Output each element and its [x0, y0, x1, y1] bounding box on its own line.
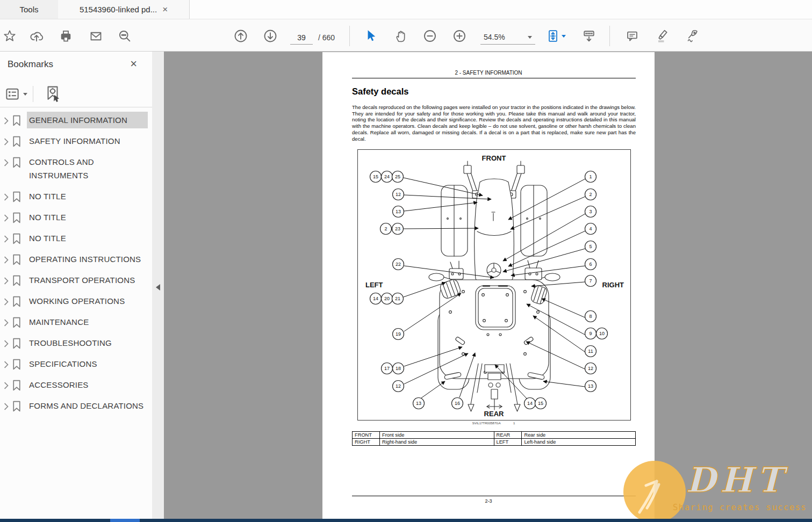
svg-text:15: 15: [373, 174, 378, 179]
chevron-right-icon[interactable]: [3, 356, 12, 368]
chevron-right-icon[interactable]: [3, 397, 12, 410]
bookmark-item[interactable]: NO TITLE: [0, 207, 152, 228]
bookmark-item[interactable]: WORKING OPERATIONS: [0, 291, 152, 311]
highlight-icon[interactable]: [653, 27, 671, 45]
bookmark-item-label[interactable]: CONTROLS AND INSTRUMENTS: [27, 154, 148, 184]
figure-label-front: FRONT: [482, 154, 506, 162]
bookmark-item-label[interactable]: NO TITLE: [27, 188, 148, 205]
bookmark-item[interactable]: MAINTENANCE: [0, 311, 152, 332]
callout-4: 4: [585, 223, 597, 235]
bookmark-item-label[interactable]: WORKING OPERATIONS: [27, 293, 148, 309]
legend-table: FRONTFront sideREARRear sideRIGHTRight-h…: [352, 431, 636, 446]
legend-cell: Front side: [379, 432, 494, 439]
bookmarks-toolbar: [0, 82, 152, 106]
page-up-button[interactable]: [232, 27, 249, 45]
page-down-button[interactable]: [262, 27, 279, 45]
bookmark-item[interactable]: ACCESSORIES: [0, 374, 152, 395]
bookmark-icon: [12, 133, 27, 148]
search-icon[interactable]: [116, 27, 133, 45]
page-display-button[interactable]: [580, 27, 598, 45]
callout-23: 23: [392, 223, 404, 235]
callout-9: 9: [585, 328, 597, 339]
hand-tool-icon[interactable]: [392, 27, 409, 45]
bookmark-icon: [12, 397, 27, 412]
bookmark-icon: [12, 112, 27, 127]
zoom-in-button[interactable]: [451, 27, 468, 45]
panel-divider: [0, 107, 152, 107]
sign-icon[interactable]: [683, 27, 700, 45]
comment-icon[interactable]: [623, 27, 641, 45]
bookmark-item-label[interactable]: TROUBLESHOOTING: [27, 335, 148, 351]
body-paragraph: The decals reproduced on the following p…: [352, 104, 636, 142]
svg-text:16: 16: [455, 401, 460, 406]
bookmark-item[interactable]: NO TITLE: [0, 228, 152, 249]
callout-arrow: [543, 381, 585, 387]
panel-collapse-strip[interactable]: [152, 52, 164, 519]
bookmark-item[interactable]: TRANSPORT OPERATIONS: [0, 270, 152, 291]
email-icon[interactable]: [87, 27, 104, 45]
zoom-level-select[interactable]: 54.5%: [480, 30, 535, 45]
bookmark-item-label[interactable]: GENERAL INFORMATION: [27, 112, 148, 128]
bookmark-item[interactable]: NO TITLE: [0, 186, 152, 207]
chevron-right-icon[interactable]: [3, 293, 12, 306]
bookmarks-close-icon[interactable]: ×: [130, 58, 137, 70]
bookmark-item-label[interactable]: SPECIFICATIONS: [27, 356, 148, 372]
chevron-right-icon[interactable]: [3, 335, 12, 347]
zoom-out-button[interactable]: [421, 27, 439, 45]
chevron-right-icon[interactable]: [3, 209, 12, 222]
bookmark-item[interactable]: OPERATING INSTRUCTIONS: [0, 249, 152, 270]
chevron-right-icon[interactable]: [3, 188, 12, 201]
bookmark-item-label[interactable]: TRANSPORT OPERATIONS: [27, 272, 148, 288]
svg-text:12: 12: [396, 192, 401, 197]
chevron-right-icon[interactable]: [3, 230, 12, 243]
svg-text:21: 21: [395, 296, 400, 301]
star-icon[interactable]: [1, 27, 18, 45]
bookmark-item[interactable]: GENERAL INFORMATION: [0, 110, 152, 130]
figure-label-left: LEFT: [365, 281, 383, 289]
tab-tools[interactable]: Tools: [0, 0, 59, 19]
bookmark-item[interactable]: CONTROLS AND INSTRUMENTS: [0, 151, 152, 186]
svg-text:12: 12: [396, 383, 401, 389]
chevron-right-icon[interactable]: [3, 251, 12, 264]
bookmarks-options-button[interactable]: [4, 86, 27, 102]
collapse-panel-icon[interactable]: [156, 284, 160, 291]
bookmark-item-label[interactable]: MAINTENANCE: [27, 314, 148, 330]
bookmark-item[interactable]: TROUBLESHOOTING: [0, 332, 152, 353]
bookmark-item-label[interactable]: OPERATING INSTRUCTIONS: [27, 251, 148, 267]
tab-close-icon[interactable]: ×: [162, 5, 168, 14]
tractor-decal-figure: FRONT LEFT RIGHT REAR: [357, 149, 631, 421]
fit-page-button[interactable]: [544, 27, 562, 45]
callout-arrow: [404, 282, 445, 297]
cloud-upload-icon[interactable]: [28, 27, 45, 45]
document-canvas[interactable]: 2 - SAFETY INFORMATION Safety decals The…: [164, 52, 812, 519]
bookmark-item[interactable]: SPECIFICATIONS: [0, 353, 152, 374]
tab-document[interactable]: 51543960-linked pd... ×: [58, 0, 190, 19]
watermark-logo-circle: [623, 461, 686, 522]
chevron-right-icon[interactable]: [3, 112, 12, 125]
bookmark-item-label[interactable]: SAFETY INFORMATION: [27, 133, 148, 149]
bookmark-item[interactable]: FORMS AND DECLARATIONS: [0, 395, 152, 416]
chevron-right-icon[interactable]: [3, 133, 12, 146]
print-icon[interactable]: [57, 27, 74, 45]
callout-7: 7: [585, 276, 597, 287]
chevron-right-icon[interactable]: [3, 272, 12, 285]
callout-2: 2: [380, 223, 392, 235]
fit-page-caret-icon[interactable]: [560, 27, 567, 45]
chevron-right-icon[interactable]: [3, 376, 12, 389]
select-tool-icon[interactable]: [362, 27, 379, 45]
svg-text:14: 14: [373, 296, 378, 301]
chevron-right-icon[interactable]: [3, 314, 12, 327]
bookmark-item-label[interactable]: FORMS AND DECLARATIONS: [27, 397, 148, 414]
bookmark-item-label[interactable]: NO TITLE: [27, 230, 148, 247]
bookmarks-list: GENERAL INFORMATIONSAFETY INFORMATIONCON…: [0, 110, 152, 519]
bookmark-item-label[interactable]: NO TITLE: [27, 209, 148, 226]
legend-cell: Rear side: [522, 432, 636, 439]
page-number-input[interactable]: [290, 31, 313, 45]
callout-16: 16: [452, 398, 463, 409]
bookmark-item-label[interactable]: ACCESSORIES: [27, 376, 148, 393]
bookmark-icon: [12, 335, 27, 350]
chevron-right-icon[interactable]: [3, 154, 12, 166]
pdf-page: 2 - SAFETY INFORMATION Safety decals The…: [322, 52, 655, 519]
find-current-bookmark-button[interactable]: [44, 85, 61, 103]
bookmark-item[interactable]: SAFETY INFORMATION: [0, 130, 152, 151]
